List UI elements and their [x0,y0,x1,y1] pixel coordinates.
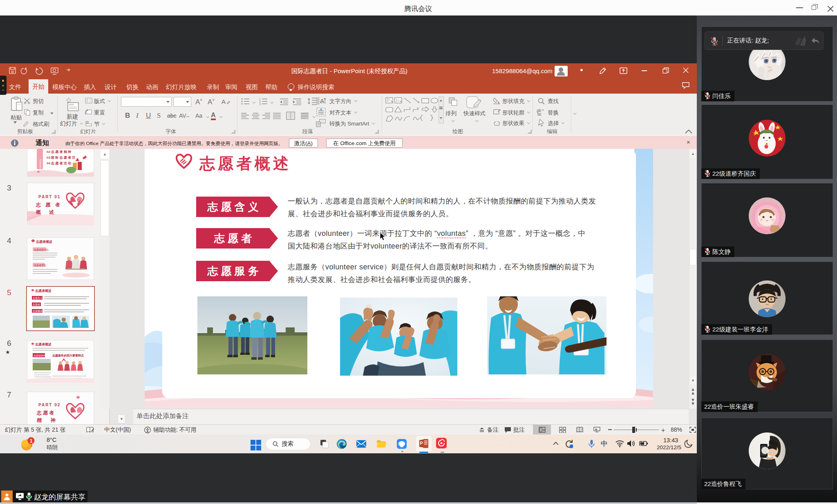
svg-text:A: A [320,97,324,104]
svg-text:概 述: 概 述 [36,209,56,215]
svg-text:PART 01: PART 01 [38,195,60,199]
svg-text:P: P [420,441,423,446]
svg-text:志愿者精神: 志愿者精神 [33,354,46,357]
svg-text:Contents: Contents [39,159,42,169]
svg-text:A: A [222,98,226,105]
svg-text:志 愿 者: 志 愿 者 [36,202,62,208]
svg-text:志愿者概述: 志愿者概述 [35,289,51,293]
svg-text:3: 3 [259,103,261,105]
svg-text:志愿服务的四大要素特点: 志愿服务的四大要素特点 [52,354,84,357]
svg-text:志愿服务: 志愿服务 [32,309,43,313]
svg-text:志愿者概述: 志愿者概述 [36,240,52,244]
svg-text:志愿者是什么: 志愿者是什么 [34,248,49,251]
svg-text:志愿者理念: 志愿者理念 [34,264,46,267]
svg-text:04 志 愿 者 活 动: 04 志 愿 者 活 动 [47,161,71,165]
svg-text:志愿者概述: 志愿者概述 [35,343,51,346]
svg-text:精 神: 精 神 [36,417,58,423]
svg-text:志愿者: 志愿者 [32,303,40,306]
svg-text:02 志 愿 者 精 神: 02 志 愿 者 精 神 [47,150,71,154]
svg-text:志愿者: 志愿者 [36,410,55,416]
svg-text:03 国 际 志 愿 者 日: 03 国 际 志 愿 者 日 [47,156,75,159]
svg-text:PART 02: PART 02 [38,403,60,407]
svg-text:1: 1 [30,438,33,444]
svg-text:志愿含义: 志愿含义 [32,296,43,300]
